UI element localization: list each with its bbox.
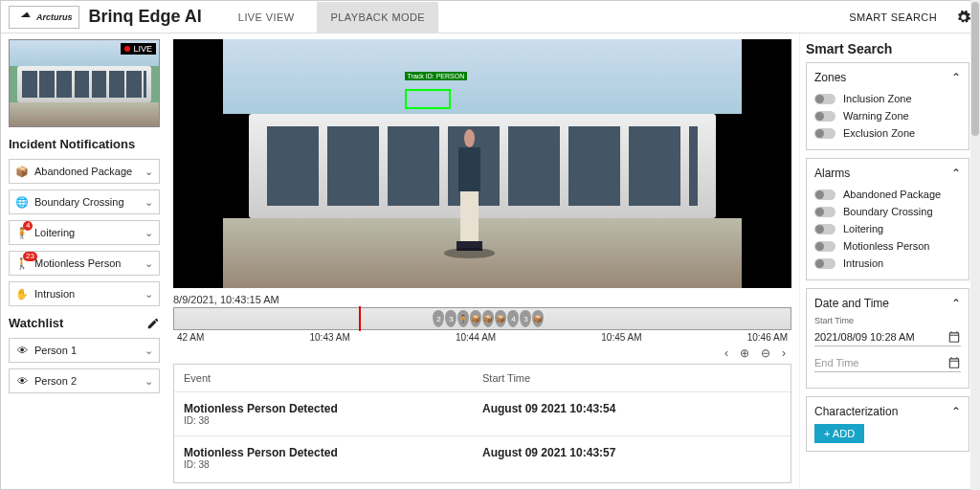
zone-inclusion[interactable]: Inclusion Zone bbox=[814, 90, 961, 107]
alarm-motionless-person[interactable]: Motionless Person bbox=[814, 237, 961, 255]
prev-icon[interactable]: ‹ bbox=[724, 346, 728, 360]
chevron-down-icon: ⌄ bbox=[145, 227, 153, 239]
incident-loitering[interactable]: 🧍4 Loitering ⌄ bbox=[9, 220, 160, 245]
col-start-time: Start Time bbox=[482, 372, 781, 384]
end-time-field[interactable]: End Time bbox=[814, 354, 961, 372]
tab-playback-mode[interactable]: PLAYBACK MODE bbox=[317, 2, 438, 33]
alarm-loitering[interactable]: Loitering bbox=[814, 220, 961, 237]
zone-exclusion[interactable]: Exclusion Zone bbox=[814, 124, 961, 142]
alarm-abandoned-package[interactable]: Abandoned Package bbox=[814, 186, 961, 203]
incident-label: Loitering bbox=[34, 227, 75, 238]
hand-icon: ✋ bbox=[15, 287, 29, 301]
video-player[interactable]: Track ID: PERSON bbox=[173, 39, 791, 288]
zoom-in-icon[interactable]: ⊕ bbox=[740, 346, 749, 360]
edit-pencil-icon[interactable] bbox=[146, 317, 160, 330]
brand-logo: Arcturus bbox=[9, 6, 79, 29]
alarms-title: Alarms bbox=[814, 167, 850, 180]
characterization-header[interactable]: Characterization ⌃ bbox=[814, 405, 961, 418]
toggle-switch[interactable] bbox=[814, 128, 835, 139]
alarm-boundary-crossing[interactable]: Boundary Crossing bbox=[814, 203, 961, 220]
zone-warning[interactable]: Warning Zone bbox=[814, 107, 961, 124]
eye-icon: 👁 bbox=[15, 344, 29, 357]
scrollbar-thumb[interactable] bbox=[971, 2, 979, 136]
incident-motionless-person[interactable]: 🚶23 Motionless Person ⌄ bbox=[9, 251, 160, 276]
main-content: Track ID: PERSON 8/9/2021, 10:43:15 AM 2… bbox=[166, 33, 799, 489]
event-row[interactable]: Motionless Person Detected ID: 38 August… bbox=[174, 435, 791, 479]
left-sidebar: LIVE Incident Notifications 📦 Abandoned … bbox=[1, 33, 166, 489]
incident-abandoned-package[interactable]: 📦 Abandoned Package ⌄ bbox=[9, 159, 160, 184]
person-down-icon: 🚶23 bbox=[15, 256, 29, 270]
characterization-card: Characterization ⌃ + ADD bbox=[806, 396, 969, 452]
zones-header[interactable]: Zones ⌃ bbox=[814, 71, 961, 84]
timeline-scrubber[interactable]: 2 3 🧍 📦 📦 📦 4 3 📦 bbox=[173, 307, 791, 330]
watchlist-person-2[interactable]: 👁 Person 2 ⌄ bbox=[9, 368, 160, 393]
live-thumbnail[interactable]: LIVE bbox=[9, 39, 160, 127]
toggle-switch[interactable] bbox=[814, 241, 835, 252]
start-time-field[interactable]: 2021/08/09 10:28 AM bbox=[814, 328, 961, 346]
tick-label: 10:43 AM bbox=[310, 332, 350, 343]
logo-mark-icon bbox=[15, 12, 33, 22]
smart-search-link[interactable]: SMART SEARCH bbox=[849, 11, 937, 23]
tick-label: 10:46 AM bbox=[747, 332, 788, 343]
scrollbar-vertical[interactable] bbox=[970, 0, 980, 490]
end-time-placeholder: End Time bbox=[814, 357, 858, 368]
app-title: Brinq Edge AI bbox=[89, 7, 202, 27]
event-title: Motionless Person Detected bbox=[184, 402, 482, 415]
calendar-icon[interactable] bbox=[947, 356, 961, 369]
timeline-event-pin[interactable]: 📦 bbox=[495, 310, 506, 327]
package-icon: 📦 bbox=[15, 165, 29, 178]
zoom-out-icon[interactable]: ⊖ bbox=[761, 346, 770, 360]
timeline-event-pin[interactable]: 4 bbox=[507, 310, 519, 327]
toggle-switch[interactable] bbox=[814, 94, 835, 104]
timeline-event-pin[interactable]: 📦 bbox=[470, 310, 481, 327]
zones-card: Zones ⌃ Inclusion Zone Warning Zone Excl… bbox=[806, 62, 969, 150]
timeline-cursor[interactable] bbox=[359, 306, 361, 331]
incident-label: Intrusion bbox=[34, 288, 75, 300]
playback-timestamp: 8/9/2021, 10:43:15 AM bbox=[173, 294, 791, 305]
alarms-header[interactable]: Alarms ⌃ bbox=[814, 167, 961, 180]
toggle-switch[interactable] bbox=[814, 189, 835, 200]
tick-label: 10:44 AM bbox=[456, 332, 496, 343]
timeline-event-pin[interactable]: 🧍 bbox=[457, 310, 469, 327]
count-badge: 4 bbox=[23, 221, 33, 231]
smart-search-panel: Smart Search Zones ⌃ Inclusion Zone Warn… bbox=[799, 33, 979, 489]
events-header-row: Event Start Time bbox=[174, 365, 791, 391]
zones-title: Zones bbox=[814, 71, 846, 84]
brand-company: Arcturus bbox=[36, 12, 73, 22]
timeline-event-pin[interactable]: 3 bbox=[520, 310, 531, 327]
datetime-header[interactable]: Date and Time ⌃ bbox=[814, 297, 961, 310]
toggle-switch[interactable] bbox=[814, 111, 835, 122]
topbar: Arcturus Brinq Edge AI LIVE VIEW PLAYBAC… bbox=[1, 1, 979, 33]
watchlist-person-1[interactable]: 👁 Person 1 ⌄ bbox=[9, 338, 160, 363]
tab-live-view[interactable]: LIVE VIEW bbox=[225, 2, 308, 33]
count-badge: 23 bbox=[23, 252, 37, 261]
toggle-switch[interactable] bbox=[814, 258, 835, 269]
timeline-event-pin[interactable]: 3 bbox=[445, 310, 457, 327]
settings-gear-icon[interactable] bbox=[956, 10, 971, 25]
start-time-label: Start Time bbox=[814, 316, 961, 325]
chevron-up-icon: ⌃ bbox=[951, 405, 961, 418]
person-stand-icon: 🧍4 bbox=[15, 226, 29, 239]
toggle-switch[interactable] bbox=[814, 207, 835, 217]
incident-intrusion[interactable]: ✋ Intrusion ⌄ bbox=[9, 281, 160, 306]
person-figure-icon bbox=[451, 129, 487, 254]
timeline-markers: 2 3 🧍 📦 📦 📦 4 3 📦 bbox=[433, 308, 544, 329]
alarm-intrusion[interactable]: Intrusion bbox=[814, 255, 961, 272]
timeline-event-pin[interactable]: 📦 bbox=[532, 310, 544, 327]
event-row[interactable]: Motionless Person Detected ID: 38 August… bbox=[174, 391, 791, 435]
next-icon[interactable]: › bbox=[782, 346, 786, 360]
timeline-event-pin[interactable]: 2 bbox=[433, 310, 444, 327]
timeline-event-pin[interactable]: 📦 bbox=[482, 310, 494, 327]
watchlist-label: Person 2 bbox=[34, 375, 77, 387]
incident-boundary-crossing[interactable]: 🌐 Boundary Crossing ⌄ bbox=[9, 189, 160, 214]
calendar-icon[interactable] bbox=[947, 330, 961, 344]
chevron-down-icon: ⌄ bbox=[145, 196, 153, 209]
event-time: August 09 2021 10:43:54 bbox=[482, 402, 781, 426]
chevron-down-icon: ⌄ bbox=[145, 288, 153, 301]
add-button[interactable]: + ADD bbox=[814, 424, 864, 443]
eye-icon: 👁 bbox=[15, 374, 29, 388]
tick-label: 42 AM bbox=[177, 332, 204, 343]
toggle-switch[interactable] bbox=[814, 224, 835, 234]
event-time: August 09 2021 10:43:57 bbox=[482, 446, 781, 470]
chevron-down-icon: ⌄ bbox=[145, 375, 153, 388]
